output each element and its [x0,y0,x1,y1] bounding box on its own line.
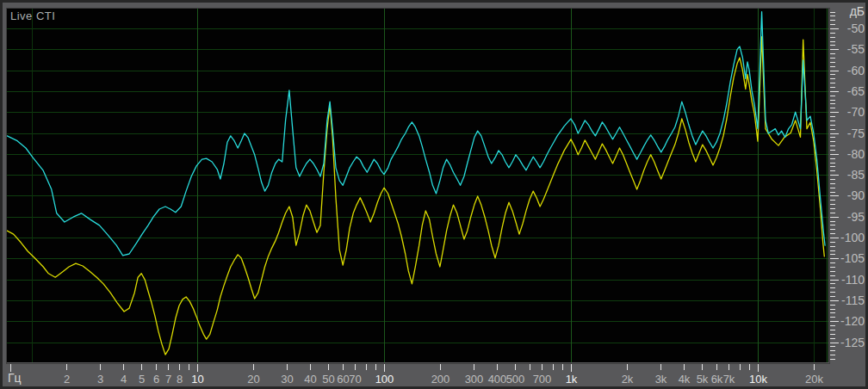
freq-tick-label: 3 [97,373,103,386]
spectrum-chart-canvas: 2345678102030405060701002003004005007001… [0,0,868,389]
freq-tick-label: 6 [153,373,159,386]
freq-tick-label: 4k [679,373,691,386]
plot-background [7,9,828,362]
db-tick-label: -100 [840,231,865,244]
freq-unit-label: Гц [8,372,22,384]
db-tick-label: -85 [847,168,865,182]
chart-title: Live CTI [10,10,55,22]
freq-tick-label: 300 [465,373,484,386]
freq-tick-label: 4 [121,373,127,386]
freq-tick-label: 5k [697,373,709,386]
freq-tick-label: 3k [655,373,667,386]
db-unit-label: дБ [837,5,865,17]
freq-tick-label: 70 [349,373,361,386]
freq-tick-label: 8 [177,373,183,386]
freq-tick-label: 5 [139,373,145,386]
freq-tick-label: 30 [281,373,293,386]
freq-tick-label: 6k [711,373,723,386]
db-tick-label: -55 [847,42,865,56]
db-tick-label: -105 [840,251,865,265]
db-tick-label: -65 [847,84,865,98]
db-tick-label: -120 [840,314,865,328]
freq-tick-label: 400 [488,373,507,386]
db-tick-label: -90 [847,188,865,202]
freq-tick-label: 100 [375,373,394,386]
db-tick-label: -60 [847,64,865,77]
freq-tick-label: 50 [322,373,334,386]
freq-tick-label: 60 [337,373,349,386]
db-tick-label: -50 [847,22,865,35]
freq-tick-label: 10k [749,373,767,386]
freq-tick-label: 40 [304,373,316,386]
freq-tick-label: 200 [431,373,450,386]
freq-tick-label: 700 [533,373,552,386]
freq-tick-label: 1k [566,373,578,386]
freq-tick-label: 2k [622,373,634,386]
freq-tick-label: 2 [64,373,70,386]
db-tick-label: -95 [847,210,865,224]
db-tick-label: -70 [847,105,865,119]
freq-tick-label: 20 [247,373,259,386]
freq-tick-label: 20k [805,373,823,386]
db-tick-label: -75 [847,127,865,140]
freq-tick-label: 10 [191,373,203,386]
spectrum-analyzer-panel: 2345678102030405060701002003004005007001… [0,0,868,389]
freq-tick-label: 7k [723,373,735,386]
freq-tick-label: 7 [165,373,171,386]
db-tick-label: -110 [841,273,865,287]
freq-tick-label: 500 [506,373,525,386]
db-tick-label: -80 [847,147,865,161]
db-tick-label: -125 [840,336,865,349]
db-tick-label: -115 [841,293,865,307]
